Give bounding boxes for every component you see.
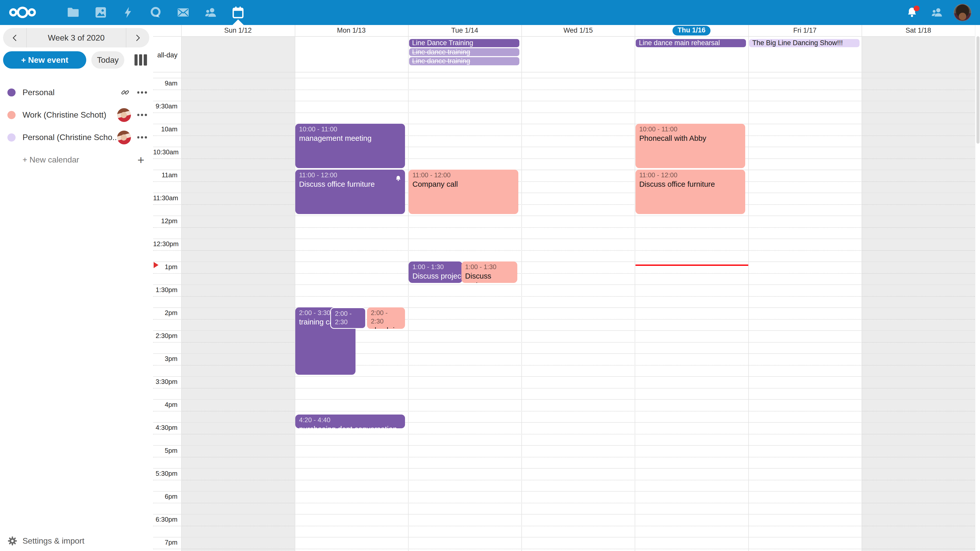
event-discuss-project-ann[interactable]: 1:00 - 1:30Discuss project ann	[409, 262, 463, 283]
calendar-color-dot	[7, 111, 16, 119]
new-event-button[interactable]: + New event	[3, 51, 86, 69]
time-label: 1:30pm	[153, 286, 181, 294]
time-label: 5:30pm	[153, 470, 181, 477]
week-navigation: Week 3 of 2020	[3, 28, 149, 48]
event-management-meeting[interactable]: 10:00 - 11:00management meeting	[295, 124, 405, 168]
time-label: 6:30pm	[153, 516, 181, 523]
view-toggle-icon[interactable]	[135, 54, 147, 65]
app-nav	[59, 0, 252, 25]
time-label: 12:30pm	[153, 240, 181, 248]
time-label: 4:30pm	[153, 424, 181, 431]
nextcloud-calendar-app: Week 3 of 2020 + New event Today Persona…	[0, 0, 980, 551]
notification-dot	[914, 6, 919, 11]
new-calendar-button[interactable]: + New calendar +	[0, 149, 153, 171]
time-label: 12pm	[153, 218, 181, 225]
gear-icon	[7, 536, 18, 546]
calendar-item-work-christine[interactable]: Work (Christine Schott)	[0, 104, 153, 126]
vertical-scrollbar[interactable]	[975, 25, 980, 551]
calendar-week-view: Sun 1/12Mon 1/13Tue 1/14Wed 1/15Thu 1/16…	[153, 25, 980, 551]
event-phonecall-with-abby[interactable]: 10:00 - 11:00Phonecall with Abby	[635, 124, 745, 168]
all-day-event[interactable]: Line dance training	[409, 48, 519, 56]
time-label: 10:30am	[153, 148, 181, 156]
day-column[interactable]	[635, 25, 748, 551]
share-link-icon[interactable]	[121, 88, 130, 97]
event-discuss-office-furniture[interactable]: 11:00 - 12:00Discuss office furniture	[635, 170, 745, 214]
calendar-color-dot	[7, 89, 16, 97]
event-check-in[interactable]: 2:00 - 2:30check-in	[367, 307, 405, 329]
day-column[interactable]	[408, 25, 522, 551]
topbar	[0, 0, 980, 25]
time-label: 3:30pm	[153, 378, 181, 386]
all-day-event[interactable]: Line dance main rehearsal	[636, 39, 746, 47]
more-actions-icon[interactable]	[137, 114, 147, 116]
event-discuss-office-furniture[interactable]: 11:00 - 12:00Discuss office furniture	[295, 170, 405, 214]
time-label: 10am	[153, 125, 181, 133]
sidebar-actions: + New event Today	[3, 51, 149, 69]
talk-icon[interactable]	[142, 0, 169, 25]
scrollbar-thumb[interactable]	[977, 36, 980, 144]
calendar-color-dot	[7, 133, 16, 141]
current-time-line	[635, 265, 748, 266]
shared-by-avatar	[117, 108, 131, 122]
files-icon[interactable]	[59, 0, 87, 25]
day-column[interactable]	[862, 25, 975, 551]
time-label: 2pm	[153, 309, 181, 317]
reminder-bell-icon	[395, 172, 402, 179]
shared-by-avatar	[117, 130, 131, 144]
previous-week-button[interactable]	[3, 28, 26, 48]
activity-icon[interactable]	[115, 0, 142, 25]
more-actions-icon[interactable]	[137, 91, 147, 94]
time-label: 4pm	[153, 401, 181, 408]
nextcloud-logo[interactable]	[8, 6, 39, 19]
today-button[interactable]: Today	[91, 51, 124, 69]
day-column[interactable]	[181, 25, 294, 551]
event-company-call[interactable]: 11:00 - 12:00Company call	[409, 170, 518, 214]
next-week-button[interactable]	[126, 28, 150, 48]
topbar-right	[904, 4, 971, 21]
day-column[interactable]	[295, 25, 408, 551]
calendar-icon[interactable]	[224, 0, 252, 25]
contacts-menu-icon[interactable]	[929, 4, 945, 21]
time-label: 6pm	[153, 493, 181, 500]
more-actions-icon[interactable]	[137, 136, 147, 138]
contacts-icon[interactable]	[197, 0, 224, 25]
user-avatar[interactable]	[954, 4, 971, 21]
notifications-bell-icon[interactable]	[904, 4, 920, 21]
time-label: 9:30am	[153, 103, 181, 110]
time-label: 11:30am	[153, 194, 181, 202]
time-label: 9am	[153, 79, 181, 87]
calendar-item-personal[interactable]: Personal	[0, 81, 153, 103]
event-check-in[interactable]: 2:00 - 2:30check-in	[330, 307, 366, 329]
current-time-marker	[154, 262, 159, 268]
time-label: 3pm	[153, 355, 181, 362]
event-purchasing-dept-conversation[interactable]: 4:20 - 4:40purchasing dept conversation	[295, 414, 405, 428]
sidebar: Week 3 of 2020 + New event Today Persona…	[0, 25, 153, 551]
mail-icon[interactable]	[169, 0, 197, 25]
event-discuss-project-announcement[interactable]: 1:00 - 1:30Discuss project announcement	[461, 262, 517, 283]
week-label[interactable]: Week 3 of 2020	[26, 28, 126, 48]
all-day-event[interactable]: The Big Line Dancing Show!!!	[749, 39, 859, 47]
plus-icon: +	[138, 153, 145, 167]
time-label: 5pm	[153, 447, 181, 454]
time-label: 2:30pm	[153, 332, 181, 340]
calendar-item-personal-christine[interactable]: Personal (Christine Scho...	[0, 126, 153, 149]
calendar-list: Personal Work (Christine Schott) Persona…	[0, 81, 153, 171]
all-day-event[interactable]: Line dance training	[409, 57, 519, 65]
active-app-indicator	[232, 19, 244, 25]
photos-icon[interactable]	[87, 0, 115, 25]
time-label: 11am	[153, 171, 181, 179]
day-column[interactable]	[748, 25, 862, 551]
settings-import-button[interactable]: Settings & import	[7, 536, 84, 546]
day-column[interactable]	[522, 25, 635, 551]
all-day-label: all-day	[153, 51, 181, 59]
all-day-event[interactable]: Line Dance Training	[409, 39, 519, 47]
time-label: 7pm	[153, 539, 181, 546]
